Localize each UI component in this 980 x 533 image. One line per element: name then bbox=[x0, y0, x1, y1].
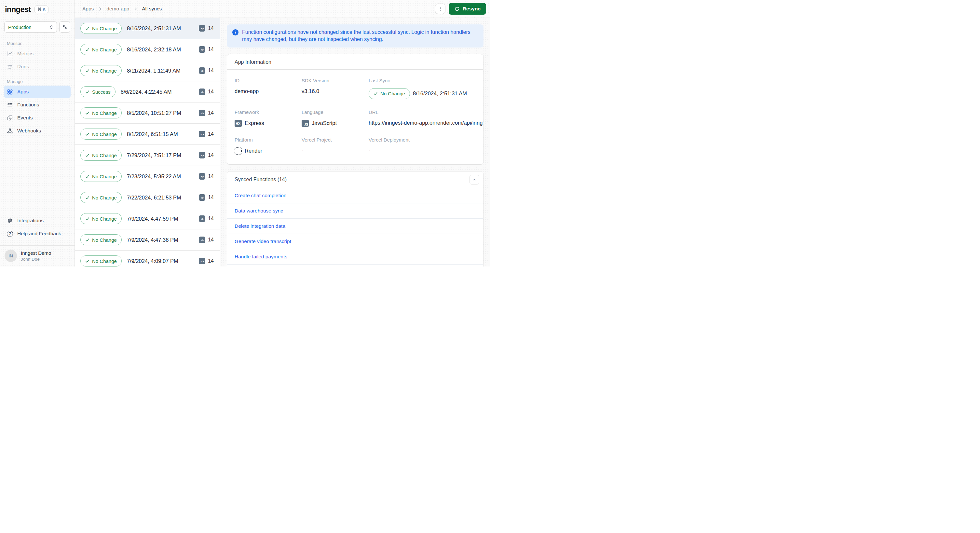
synced-function-row[interactable]: Data warehouse sync bbox=[227, 203, 483, 218]
field-value: demo-app bbox=[235, 88, 302, 94]
synced-functions-title: Synced Functions (14) bbox=[235, 177, 286, 183]
sidebar-item-help-and-feedback[interactable]: ? Help and Feedback bbox=[4, 228, 71, 240]
collapse-button[interactable] bbox=[469, 175, 479, 185]
functions-count: 14 bbox=[208, 237, 214, 243]
inngest-logo: inngest bbox=[5, 6, 31, 13]
sync-row[interactable]: No Change 8/5/2024, 10:51:27 PM <> 14 bbox=[75, 102, 220, 124]
synced-function-row[interactable]: Create chat completion bbox=[227, 188, 483, 203]
function-link[interactable]: Create chat completion bbox=[235, 193, 286, 199]
resync-button[interactable]: Resync bbox=[449, 3, 486, 14]
functions-count-icon: <> bbox=[199, 194, 205, 201]
functions-count: 14 bbox=[208, 131, 214, 137]
breadcrumb-apps[interactable]: Apps bbox=[82, 6, 94, 12]
sidebar-item-runs[interactable]: Runs bbox=[4, 60, 71, 73]
sync-timestamp: 7/9/2024, 4:09:07 PM bbox=[127, 258, 178, 264]
chevron-up-down-icon bbox=[48, 24, 54, 30]
sync-row[interactable]: No Change 8/1/2024, 6:51:15 AM <> 14 bbox=[75, 124, 220, 145]
sidebar-item-integrations[interactable]: Integrations bbox=[4, 215, 71, 227]
js-logo-icon: JS bbox=[302, 120, 309, 127]
app-info-field: SDK Versionv3.16.0 bbox=[302, 78, 369, 99]
ex-logo-icon: ex bbox=[235, 120, 242, 127]
functions-count: 14 bbox=[208, 68, 214, 73]
app-info-field: Vercel Project- bbox=[302, 137, 369, 154]
synced-functions-card: Synced Functions (14) Create chat comple… bbox=[227, 171, 484, 266]
app-info-field: Vercel Deployment- bbox=[369, 137, 484, 154]
sync-status-badge: No Change bbox=[80, 129, 122, 140]
main-area: Apps demo-app All syncs bbox=[75, 0, 490, 266]
sync-status-badge: No Change bbox=[80, 107, 122, 118]
sync-status-badge: No Change bbox=[80, 213, 122, 224]
functions-count-icon: <> bbox=[199, 152, 205, 159]
app-info-field: FrameworkexExpress bbox=[235, 109, 302, 127]
field-value: exExpress bbox=[235, 120, 302, 127]
function-link[interactable]: Generate video transcript bbox=[235, 239, 291, 244]
field-label: URL bbox=[369, 109, 484, 115]
sync-row[interactable]: No Change 7/22/2024, 6:21:53 PM <> 14 bbox=[75, 187, 220, 208]
functions-count: 14 bbox=[208, 46, 214, 53]
resync-label: Resync bbox=[463, 6, 480, 12]
section-label-monitor: Monitor bbox=[7, 41, 75, 46]
environment-selector[interactable]: Production bbox=[4, 21, 57, 33]
synced-function-row[interactable]: Delete integration data bbox=[227, 218, 483, 234]
check-icon bbox=[85, 132, 89, 136]
functions-count: 14 bbox=[208, 258, 214, 264]
sync-row[interactable]: No Change 8/16/2024, 2:51:31 AM <> 14 bbox=[75, 18, 220, 39]
function-link[interactable]: Delete integration data bbox=[235, 223, 285, 229]
sidebar-item-functions[interactable]: Functions bbox=[4, 99, 71, 111]
functions-count-icon: <> bbox=[199, 89, 205, 95]
sync-timestamp: 7/23/2024, 5:35:22 AM bbox=[127, 173, 181, 180]
sidebar-item-apps[interactable]: Apps bbox=[4, 86, 71, 98]
sync-row[interactable]: No Change 7/29/2024, 7:51:17 PM <> 14 bbox=[75, 145, 220, 166]
function-link[interactable]: Data warehouse sync bbox=[235, 208, 283, 214]
check-icon bbox=[85, 48, 89, 52]
metrics-icon bbox=[7, 51, 13, 57]
section-label-manage: Manage bbox=[7, 79, 75, 84]
field-value: No Change8/16/2024, 2:51:31 AM bbox=[369, 88, 484, 99]
function-link[interactable]: Handle failed payments bbox=[235, 254, 287, 260]
more-options-button[interactable] bbox=[435, 3, 445, 14]
sidebar-item-label: Metrics bbox=[17, 51, 33, 57]
sync-timestamp: 8/6/2024, 4:22:45 AM bbox=[121, 89, 172, 95]
environment-settings-button[interactable] bbox=[59, 21, 70, 33]
functions-count-icon: <> bbox=[199, 258, 205, 264]
sliders-icon bbox=[62, 24, 68, 30]
functions-icon bbox=[7, 102, 13, 108]
sidebar-item-label: Webhooks bbox=[17, 128, 41, 134]
sync-timestamp: 8/16/2024, 2:32:18 AM bbox=[127, 46, 181, 53]
sync-row[interactable]: No Change 7/23/2024, 5:35:22 AM <> 14 bbox=[75, 166, 220, 187]
user-profile[interactable]: IN Inngest Demo John Doe bbox=[0, 245, 75, 266]
sync-timestamp: 7/22/2024, 6:21:53 PM bbox=[127, 194, 181, 201]
synced-function-row[interactable]: Handle failed payments bbox=[227, 249, 483, 264]
sync-row[interactable]: No Change 7/9/2024, 4:09:07 PM <> 14 bbox=[75, 251, 220, 266]
sync-timestamp: 7/9/2024, 4:47:59 PM bbox=[127, 216, 178, 222]
refresh-icon bbox=[454, 6, 460, 12]
sidebar-item-webhooks[interactable]: Webhooks bbox=[4, 125, 71, 137]
sidebar-item-metrics[interactable]: Metrics bbox=[4, 48, 71, 60]
render-logo-icon bbox=[235, 147, 242, 154]
sync-row[interactable]: No Change 7/9/2024, 4:47:59 PM <> 14 bbox=[75, 208, 220, 229]
check-icon bbox=[85, 259, 89, 263]
synced-functions-list: Create chat completion Data warehouse sy… bbox=[227, 188, 483, 266]
sync-row[interactable]: No Change 8/11/2024, 1:12:49 AM <> 14 bbox=[75, 60, 220, 81]
chevron-right-icon bbox=[133, 6, 138, 11]
functions-count-icon: <> bbox=[199, 110, 205, 116]
kebab-icon bbox=[438, 6, 443, 11]
user-org: Inngest Demo bbox=[21, 250, 51, 256]
sync-row[interactable]: No Change 8/16/2024, 2:32:18 AM <> 14 bbox=[75, 39, 220, 60]
sidebar-item-events[interactable]: Events bbox=[4, 111, 71, 124]
sidebar: inngest ⌘ K Production Monitor Metri bbox=[0, 0, 75, 266]
breadcrumb-demo-app[interactable]: demo-app bbox=[107, 6, 129, 12]
sync-timestamp: 7/9/2024, 4:47:38 PM bbox=[127, 237, 178, 243]
sync-timestamp: 8/5/2024, 10:51:27 PM bbox=[127, 110, 181, 116]
functions-count: 14 bbox=[208, 89, 214, 95]
command-k-shortcut[interactable]: ⌘ K bbox=[35, 6, 48, 13]
synced-function-row[interactable]: Import data pipeline bbox=[227, 264, 483, 266]
app-info-field: IDdemo-app bbox=[235, 78, 302, 99]
field-value: https://inngest-demo-app.onrender.com/ap… bbox=[369, 120, 484, 126]
functions-count-icon: <> bbox=[199, 237, 205, 243]
sync-row[interactable]: No Change 7/9/2024, 4:47:38 PM <> 14 bbox=[75, 229, 220, 251]
runs-icon bbox=[7, 64, 13, 70]
synced-function-row[interactable]: Generate video transcript bbox=[227, 234, 483, 249]
check-icon bbox=[374, 91, 378, 95]
sync-row[interactable]: Success 8/6/2024, 4:22:45 AM <> 14 bbox=[75, 81, 220, 102]
